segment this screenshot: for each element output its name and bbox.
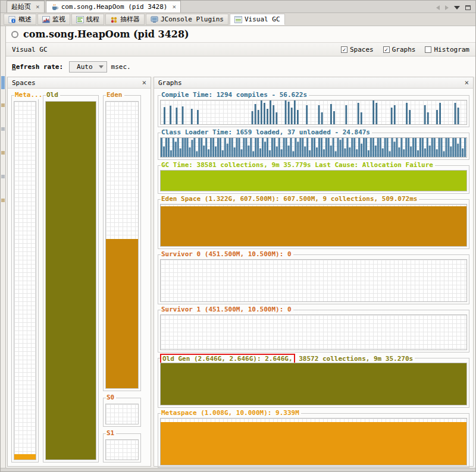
eden-column-chart [105, 101, 139, 389]
old-gen-chart [160, 363, 467, 405]
compile-time-chart [160, 100, 467, 125]
metaspace-column-label: Meta... [14, 91, 44, 99]
main-content: com.song.HeapOom (pid 3428) Visual GC ✓ … [6, 26, 475, 468]
class-loader-time-label: Class Loader Time: 1659 loaded, 37 unloa… [161, 128, 372, 137]
checkbox-graphs-label: Graphs [392, 46, 416, 54]
app-status-ring-icon [11, 31, 18, 38]
tab-overview-label: 概述 [18, 15, 32, 24]
checkbox-spaces[interactable]: ✓ Spaces [341, 46, 374, 54]
survivor0-chart [160, 259, 467, 302]
close-icon[interactable]: × [465, 78, 469, 87]
sidebar-peek-fragment [1, 199, 5, 202]
visualvm-window: 起始页 × com.song.HeapOom (pid 3428) × 概述 监… [0, 0, 476, 472]
java-coffee-cup-icon [51, 4, 58, 11]
close-icon[interactable]: × [36, 3, 40, 11]
gc-time-chart [160, 170, 467, 191]
spaces-panel-header: Spaces × [8, 77, 151, 89]
old-column-label: Old [46, 91, 60, 99]
old-column-chart [45, 101, 96, 460]
refresh-rate-unit: msec. [111, 63, 131, 71]
sidebar-peek-fragment [1, 175, 5, 178]
survivor1-column-group: S1 [103, 433, 141, 462]
tab-overview[interactable]: 概述 [4, 14, 36, 25]
tab-sampler-label: 抽样器 [120, 15, 140, 24]
checkbox-icon[interactable]: ✓ [383, 46, 390, 53]
survivor1-column-chart [105, 439, 139, 460]
tab-monitor[interactable]: 监视 [37, 14, 70, 25]
spaces-panel-title: Spaces [12, 79, 36, 87]
sampler-icon [110, 16, 118, 23]
chevron-down-icon [99, 65, 104, 68]
refresh-rate-value: Auto [77, 63, 93, 71]
collapsed-sidebar-splitter[interactable] [1, 26, 6, 468]
old-gen-group: Old Gen (2.646G, 2.646G): 2.646G, 38572 … [158, 358, 469, 408]
tab-start-page-label: 起始页 [11, 2, 31, 11]
tab-heapoom[interactable]: com.song.HeapOom (pid 3428) × [46, 1, 181, 12]
window-bottom-edge [1, 468, 475, 471]
back-arrow-icon[interactable] [436, 5, 440, 10]
metaspace-column-group: Meta... [11, 95, 39, 462]
checkbox-icon[interactable]: ✓ [341, 46, 347, 53]
tab-jconsole-plugins[interactable]: JConsole Plugins [146, 14, 228, 25]
survivor0-column-chart [105, 404, 139, 424]
close-icon[interactable]: × [142, 78, 146, 87]
checkbox-histogram-label: Histogram [434, 46, 469, 54]
refresh-rate-label: Refresh rate: [12, 63, 63, 71]
tab-sampler[interactable]: 抽样器 [105, 14, 145, 25]
checkbox-spaces-label: Spaces [350, 46, 374, 54]
tab-visual-gc-label: Visual GC [245, 15, 280, 23]
gc-time-label: GC Time: 38581 collections, 9m 35.779s L… [161, 161, 435, 169]
tab-threads[interactable]: 线程 [71, 14, 104, 25]
survivor0-column-label: S0 [106, 394, 116, 402]
forward-arrow-icon[interactable] [445, 5, 449, 10]
eden-space-chart [160, 204, 467, 247]
tab-jconsole-plugins-label: JConsole Plugins [161, 15, 224, 23]
jconsole-icon [151, 16, 158, 23]
compile-time-group: Compile Time: 1294 compiles - 56.622s [158, 95, 469, 127]
class-loader-time-chart [160, 137, 467, 158]
tab-monitor-label: 监视 [52, 15, 65, 24]
panels-area: Spaces × Meta... Old [6, 77, 475, 468]
visualgc-toolbar: Visual GC ✓ Spaces ✓ Graphs Histogram [6, 42, 475, 56]
refresh-rate-select[interactable]: Auto [69, 61, 107, 73]
page-title: com.song.HeapOom (pid 3428) [23, 29, 189, 40]
graphs-panel: Graphs × Compile Time: 1294 compiles - 5… [154, 77, 474, 467]
old-column-group: Old [43, 95, 99, 462]
tab-start-page[interactable]: 起始页 × [7, 1, 45, 12]
close-icon[interactable]: × [172, 3, 176, 11]
sidebar-peek-fragment [1, 127, 5, 131]
tab-list-menu-icon[interactable] [454, 6, 460, 10]
checkbox-histogram[interactable]: Histogram [425, 46, 469, 54]
tab-visual-gc[interactable]: Visual GC [230, 14, 285, 25]
sidebar-peek-fragment [1, 76, 5, 89]
metaspace-group: Metaspace (1.008G, 10.000M): 9.339M [158, 413, 469, 468]
survivor0-group: Survivor 0 (451.500M, 10.500M): 0 [158, 254, 469, 304]
sidebar-peek-fragment [1, 103, 5, 107]
class-loader-time-group: Class Loader Time: 1659 loaded, 37 unloa… [158, 133, 469, 160]
tab-heapoom-label: com.song.HeapOom (pid 3428) [61, 3, 168, 11]
sidebar-peek-fragment [1, 151, 5, 155]
eden-column-label: Eden [106, 91, 124, 99]
visualgc-icon [234, 16, 242, 23]
checkbox-icon[interactable] [425, 46, 431, 53]
tab-threads-label: 线程 [86, 15, 99, 24]
document-tab-bar: 起始页 × com.song.HeapOom (pid 3428) × [1, 1, 475, 13]
metaspace-label: Metaspace (1.008G, 10.000M): 9.339M [161, 409, 301, 417]
survivor1-column-label: S1 [106, 429, 116, 438]
graphs-body: Compile Time: 1294 compiles - 56.622s Cl… [154, 89, 473, 466]
tab-controls [436, 5, 475, 12]
application-title-row: com.song.HeapOom (pid 3428) [6, 26, 475, 42]
survivor0-label: Survivor 0 (451.500M, 10.500M): 0 [161, 250, 293, 259]
gc-time-group: GC Time: 38581 collections, 9m 35.779s L… [158, 165, 469, 194]
old-gen-label-rest: 38572 collections, 9m 35.270s [295, 355, 414, 363]
survivor1-label: Survivor 1 (451.500M, 10.500M): 0 [161, 306, 293, 314]
compile-time-label: Compile Time: 1294 compiles - 56.622s [161, 91, 309, 99]
maximize-icon[interactable] [465, 5, 471, 10]
graphs-panel-title: Graphs [158, 79, 182, 87]
spaces-panel: Spaces × Meta... Old [7, 77, 151, 467]
spaces-body: Meta... Old Eden [8, 89, 151, 466]
eden-space-group: Eden Space (1.322G, 607.500M): 607.500M,… [158, 199, 469, 249]
eden-column-group: Eden [103, 95, 141, 391]
eden-column-stack: Eden S0 S1 [103, 95, 141, 462]
checkbox-graphs[interactable]: ✓ Graphs [383, 46, 416, 54]
